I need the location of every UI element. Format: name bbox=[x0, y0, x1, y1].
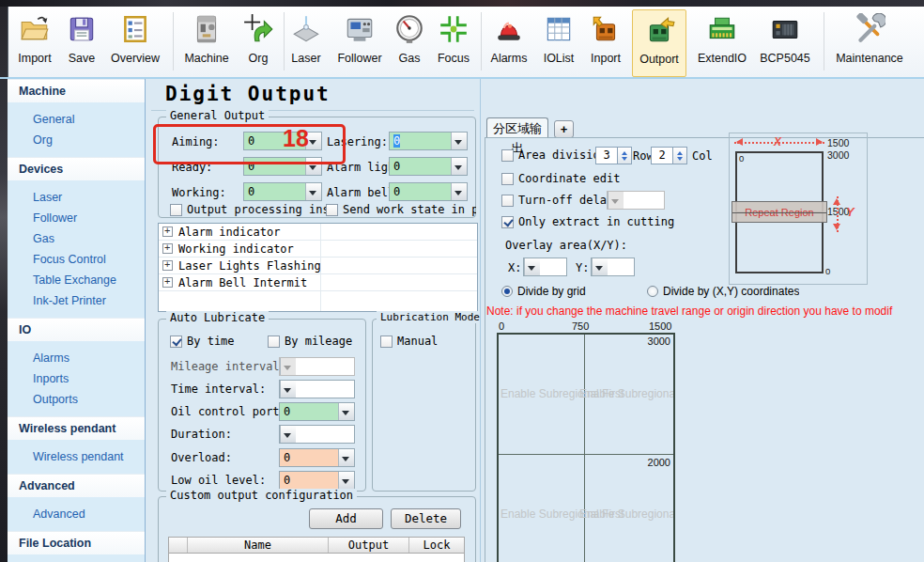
checkbox-icon[interactable] bbox=[380, 336, 393, 348]
divide-by-xy-radio[interactable]: Divide by (X,Y) coordinates bbox=[647, 285, 799, 298]
overlay-x-dropdown[interactable]: 0 bbox=[523, 258, 567, 276]
sidebar-item-follower[interactable]: Follower bbox=[8, 208, 145, 228]
sidebar-item-laser[interactable]: Laser bbox=[8, 187, 145, 208]
checkbox-checked-icon[interactable] bbox=[501, 216, 514, 228]
oil-control-port-dropdown[interactable]: 0 bbox=[279, 402, 355, 421]
sidebar-item-advanced[interactable]: Advanced bbox=[8, 504, 145, 524]
dropdown-arrow-icon[interactable] bbox=[280, 426, 296, 443]
dropdown-arrow-icon[interactable] bbox=[280, 381, 296, 398]
toolbar-item-extendio[interactable]: ExtendIO bbox=[694, 11, 750, 73]
toolbar-item-focus[interactable]: Focus bbox=[431, 11, 476, 73]
alarm-bell-dropdown[interactable]: 0 bbox=[389, 182, 468, 201]
sidebar-header-io[interactable]: IO bbox=[8, 318, 145, 341]
dropdown-arrow-icon[interactable] bbox=[338, 472, 354, 489]
list-item[interactable]: Alarm indicator bbox=[159, 224, 477, 241]
turn-off-delay-checkbox[interactable]: Turn-off delay: bbox=[501, 194, 620, 207]
toolbar-item-inport[interactable]: Inport bbox=[583, 11, 628, 73]
toolbar-item-outport[interactable]: Outport bbox=[632, 9, 686, 77]
delete-button[interactable]: Delete bbox=[391, 508, 461, 529]
sidebar-item-general[interactable]: General bbox=[8, 109, 145, 130]
sidebar-item-gas[interactable]: Gas bbox=[8, 228, 145, 249]
toolbar-item-alarms[interactable]: Alarms bbox=[486, 11, 531, 73]
checkbox-icon[interactable] bbox=[501, 149, 514, 162]
cols-spinner[interactable]: 2 bbox=[651, 147, 687, 164]
send-work-state-checkbox[interactable]: Send work state in paus bbox=[326, 203, 476, 216]
checkbox-icon[interactable] bbox=[268, 336, 280, 348]
time-interval-dropdown[interactable]: 60min bbox=[279, 380, 355, 398]
toolbar-item-bcp5045[interactable]: BCP5045 bbox=[758, 11, 812, 73]
sidebar-header-machine[interactable]: Machine bbox=[8, 79, 145, 102]
indicator-list[interactable]: Alarm indicator Working indicator Laser … bbox=[158, 223, 478, 312]
by-mileage-checkbox[interactable]: By mileage bbox=[268, 335, 352, 348]
dropdown-arrow-icon[interactable] bbox=[305, 183, 321, 200]
column-header-output[interactable]: Output bbox=[329, 538, 409, 553]
sidebar-header-wireless-pendant[interactable]: Wireless pendant bbox=[8, 416, 145, 440]
table-body[interactable] bbox=[168, 554, 465, 562]
sidebar-item-outports[interactable]: Outports bbox=[8, 389, 145, 410]
sidebar-header-advanced[interactable]: Advanced bbox=[8, 474, 145, 497]
list-item[interactable]: Working indicator bbox=[159, 241, 477, 258]
lasering-dropdown[interactable]: 0 bbox=[389, 132, 468, 150]
checkbox-icon[interactable] bbox=[501, 173, 514, 185]
dropdown-arrow-icon[interactable] bbox=[592, 258, 608, 275]
expand-plus-icon[interactable] bbox=[162, 277, 173, 288]
sidebar-item-wireless-pendant[interactable]: Wireless pendant bbox=[8, 446, 145, 467]
dropdown-arrow-icon[interactable] bbox=[338, 449, 354, 466]
sidebar-header-file-location[interactable]: File Location bbox=[8, 531, 145, 554]
sidebar-item-inkjet-printer[interactable]: Ink-Jet Printer bbox=[8, 290, 145, 311]
dropdown-arrow-icon[interactable] bbox=[451, 158, 467, 175]
sidebar-item-focus-control[interactable]: Focus Control bbox=[8, 249, 145, 270]
add-tab-button[interactable]: + bbox=[554, 120, 574, 138]
checkbox-checked-icon[interactable] bbox=[170, 336, 182, 348]
toolbar-item-laser[interactable]: Laser bbox=[285, 11, 327, 73]
expand-plus-icon[interactable] bbox=[162, 226, 173, 237]
toolbar-item-gas[interactable]: Gas bbox=[389, 11, 430, 73]
toolbar-item-import[interactable]: Import bbox=[12, 11, 57, 73]
manual-checkbox[interactable]: Manual bbox=[380, 335, 438, 348]
dropdown-arrow-icon[interactable] bbox=[305, 158, 321, 175]
only-extract-checkbox[interactable]: Only extract in cutting bbox=[501, 215, 674, 228]
output-processing-checkbox[interactable]: Output processing instruct bbox=[170, 203, 326, 216]
ready-dropdown[interactable]: 0 bbox=[243, 157, 322, 176]
toolbar-item-org[interactable]: Org bbox=[238, 11, 279, 73]
overload-dropdown[interactable]: 0 bbox=[279, 448, 355, 467]
sidebar-item-inports[interactable]: Inports bbox=[8, 368, 145, 389]
sidebar-item-alarms[interactable]: Alarms bbox=[8, 348, 145, 368]
add-button[interactable]: Add bbox=[309, 508, 383, 529]
radio-icon[interactable] bbox=[647, 286, 658, 297]
dropdown-arrow-icon[interactable] bbox=[524, 258, 540, 275]
rows-spinner[interactable]: 3 bbox=[595, 147, 632, 164]
checkbox-icon[interactable] bbox=[170, 204, 182, 216]
expand-plus-icon[interactable] bbox=[162, 260, 173, 271]
tab-zone-output[interactable]: 分区域输出 bbox=[486, 117, 548, 138]
checkbox-icon[interactable] bbox=[501, 195, 514, 207]
toolbar-item-save[interactable]: Save bbox=[61, 11, 102, 73]
alarm-light-dropdown[interactable]: 0 bbox=[389, 157, 468, 176]
duration-dropdown[interactable]: 30s bbox=[279, 425, 355, 444]
sidebar-header-devices[interactable]: Devices bbox=[8, 157, 145, 180]
expand-plus-icon[interactable] bbox=[162, 243, 173, 254]
column-header-lock[interactable]: Lock bbox=[409, 538, 464, 553]
list-item[interactable]: Laser Lights Flashing bbox=[159, 258, 477, 274]
spinner-updown-icon[interactable] bbox=[673, 147, 687, 164]
low-oil-level-dropdown[interactable]: 0 bbox=[279, 471, 355, 490]
dropdown-arrow-icon[interactable] bbox=[451, 183, 467, 200]
by-time-checkbox[interactable]: By time bbox=[170, 335, 235, 348]
checkbox-icon[interactable] bbox=[326, 204, 338, 216]
column-header-name[interactable]: Name bbox=[188, 538, 329, 553]
dropdown-arrow-icon[interactable] bbox=[451, 133, 467, 149]
repeat-region-box[interactable]: Repeat Region bbox=[732, 201, 827, 223]
list-item[interactable]: Alarm Bell Intermit bbox=[159, 274, 477, 291]
overlay-y-dropdown[interactable]: 0 bbox=[591, 258, 635, 276]
toolbar-item-overview[interactable]: Overview bbox=[103, 11, 167, 73]
working-dropdown[interactable]: 0 bbox=[243, 182, 322, 201]
sidebar-item-org[interactable]: Org bbox=[8, 130, 145, 150]
sidebar-item-table-exchange[interactable]: Table Exchange bbox=[8, 270, 145, 290]
dropdown-arrow-icon[interactable] bbox=[338, 403, 354, 420]
coordinate-edit-checkbox[interactable]: Coordinate edit bbox=[501, 172, 620, 185]
toolbar-item-iolist[interactable]: IOList bbox=[536, 11, 581, 73]
divide-by-grid-radio[interactable]: Divide by grid bbox=[501, 285, 586, 298]
toolbar-item-maintenance[interactable]: Maintenance bbox=[832, 11, 907, 73]
toolbar-item-machine[interactable]: Machine bbox=[178, 11, 235, 73]
radio-selected-icon[interactable] bbox=[501, 286, 513, 297]
